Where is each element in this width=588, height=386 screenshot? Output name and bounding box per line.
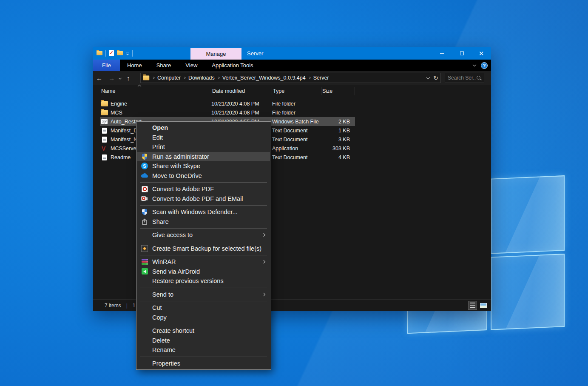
context-menu-item-cut[interactable]: Cut — [137, 303, 270, 313]
share-icon — [141, 218, 148, 226]
context-menu-item-label: Cut — [152, 304, 162, 311]
thumbnails-view-icon — [480, 303, 487, 308]
context-menu-item-winrar[interactable]: WinRAR — [137, 257, 270, 267]
column-header-row: Name Date modified Type Size — [93, 85, 491, 97]
context-menu-item-open[interactable]: Open — [137, 123, 270, 133]
context-menu-item-label: Delete — [152, 337, 170, 344]
details-view-icon — [470, 303, 475, 308]
onedrive-icon — [141, 172, 148, 180]
help-icon[interactable]: ? — [481, 62, 488, 69]
context-menu-item-convert-to-adobe-pdf[interactable]: Convert to Adobe PDF — [137, 184, 270, 194]
file-size: 303 KB — [321, 146, 352, 152]
context-menu-item-restore-previous-versions[interactable]: Restore previous versions — [137, 276, 270, 286]
context-menu-item-label: Convert to Adobe PDF and EMail — [152, 195, 243, 202]
file-size: 3 KB — [321, 137, 352, 143]
contextual-tab-manage[interactable]: Manage — [190, 48, 241, 60]
ribbon-tab-home[interactable]: Home — [120, 60, 149, 71]
view-toggle-buttons — [468, 301, 488, 310]
address-dropdown-icon[interactable] — [426, 75, 430, 79]
context-menu-item-print[interactable]: Print — [137, 142, 270, 152]
context-menu-item-label: Share — [152, 218, 169, 225]
context-menu-item-share-with-skype[interactable]: SShare with Skype — [137, 161, 270, 171]
qat-customize-button[interactable] — [126, 52, 129, 55]
column-header-size[interactable]: Size — [321, 87, 355, 95]
expand-ribbon-icon[interactable] — [473, 63, 476, 66]
column-header-type[interactable]: Type — [272, 87, 321, 95]
file-type: Text Document — [272, 154, 321, 160]
up-button[interactable]: ↑ — [124, 75, 133, 81]
context-menu-item-label: Rename — [152, 346, 176, 353]
breadcrumb: ComputerDownloadsVertex_Server_Windows_0… — [150, 75, 329, 81]
context-menu-item-label: Share with Skype — [152, 163, 200, 169]
context-menu-separator — [140, 288, 267, 288]
smart-backup-icon — [141, 245, 148, 252]
address-bar-controls: ↻ — [427, 75, 438, 81]
file-size: 2 KB — [321, 119, 352, 125]
close-button[interactable]: ✕ — [472, 47, 491, 60]
context-menu-item-convert-to-adobe-pdf-and-email[interactable]: Convert to Adobe PDF and EMail — [137, 194, 270, 204]
context-menu-item-label: Restore previous versions — [152, 277, 224, 284]
context-menu-item-label: Scan with Windows Defender... — [152, 209, 238, 215]
context-menu-item-move-to-onedrive[interactable]: Move to OneDrive — [137, 171, 270, 181]
context-menu-item-rename[interactable]: Rename — [137, 345, 270, 355]
uac-shield-icon — [141, 153, 148, 160]
column-header-date-modified[interactable]: Date modified — [211, 87, 272, 95]
file-type: Text Document — [272, 128, 321, 134]
context-menu-item-send-to[interactable]: Send to — [137, 290, 270, 300]
address-bar[interactable]: ComputerDownloadsVertex_Server_Windows_0… — [140, 73, 441, 83]
items-count: 7 items — [105, 303, 121, 309]
context-menu-item-give-access-to[interactable]: Give access to — [137, 230, 270, 240]
file-size: 1 KB — [321, 128, 352, 134]
file-name: Engine — [111, 101, 211, 107]
context-menu-item-delete[interactable]: Delete — [137, 336, 270, 346]
context-menu-item-label: Convert to Adobe PDF — [152, 186, 214, 192]
context-menu-item-create-shortcut[interactable]: Create shortcut — [137, 326, 270, 336]
minimize-button[interactable] — [432, 47, 452, 60]
refresh-icon[interactable]: ↻ — [433, 75, 438, 81]
back-button[interactable]: ← — [93, 75, 105, 81]
folder-icon — [100, 110, 111, 115]
ribbon-tab-file[interactable]: File — [93, 60, 120, 71]
ribbon-tab-share[interactable]: Share — [149, 60, 179, 71]
context-menu-item-send-via-airdroid[interactable]: Send via AirDroid — [137, 267, 270, 277]
search-input[interactable]: Search Ser... — [445, 73, 484, 83]
context-menu-item-edit[interactable]: Edit — [137, 133, 270, 143]
breadcrumb-segment-downloads[interactable]: Downloads — [188, 75, 215, 81]
ribbon-tab-application-tools[interactable]: Application Tools — [205, 60, 260, 71]
qat-folder-icon[interactable] — [97, 51, 102, 55]
airdroid-icon — [141, 268, 148, 275]
context-menu-item-create-smart-backup-for-selected-file-s[interactable]: Create Smart Backup for selected file(s) — [137, 244, 270, 254]
column-header-name[interactable]: Name — [100, 87, 211, 95]
context-menu-item-scan-with-windows-defender[interactable]: Scan with Windows Defender... — [137, 207, 270, 217]
file-name: MCS — [111, 110, 211, 116]
context-menu-separator — [140, 357, 267, 357]
breadcrumb-segment-vertex-server-windows-0-0-9-4p4[interactable]: Vertex_Server_Windows_0.0.9.4p4 — [222, 75, 306, 81]
file-type: File folder — [272, 101, 321, 107]
search-placeholder: Search Ser... — [448, 75, 476, 81]
file-row-engine[interactable]: Engine10/21/2020 4:08 PMFile folder — [100, 99, 355, 108]
ribbon-tab-view[interactable]: View — [178, 60, 205, 71]
qat-separator — [105, 50, 106, 57]
forward-button[interactable]: → — [105, 75, 118, 81]
file-row-mcs[interactable]: MCS10/21/2020 4:08 PMFile folder — [100, 108, 355, 117]
qat-new-folder-icon[interactable] — [117, 51, 123, 55]
maximize-button[interactable] — [452, 47, 472, 60]
context-menu-item-run-as-administrator[interactable]: Run as administrator — [137, 152, 270, 162]
submenu-chevron-icon — [262, 260, 265, 263]
context-menu-item-copy[interactable]: Copy — [137, 313, 270, 323]
recent-locations-icon[interactable] — [119, 76, 122, 79]
breadcrumb-segment-server[interactable]: Server — [313, 75, 329, 81]
details-view-button[interactable] — [468, 301, 477, 310]
context-menu-item-properties[interactable]: Properties — [137, 359, 270, 369]
breadcrumb-segment-computer[interactable]: Computer — [157, 75, 181, 81]
qat-properties-icon[interactable] — [109, 50, 114, 56]
context-menu-item-label: Give access to — [152, 232, 193, 238]
ribbon-tabs: FileHomeShareViewApplication Tools — [93, 60, 261, 71]
context-menu-item-share[interactable]: Share — [137, 217, 270, 227]
quick-access-toolbar — [97, 47, 133, 60]
batch-icon — [100, 119, 111, 124]
context-menu-item-label: Print — [152, 143, 165, 150]
context-menu-separator — [140, 324, 267, 324]
thumbnails-view-button[interactable] — [479, 301, 488, 310]
app-v-icon: V — [100, 145, 111, 152]
